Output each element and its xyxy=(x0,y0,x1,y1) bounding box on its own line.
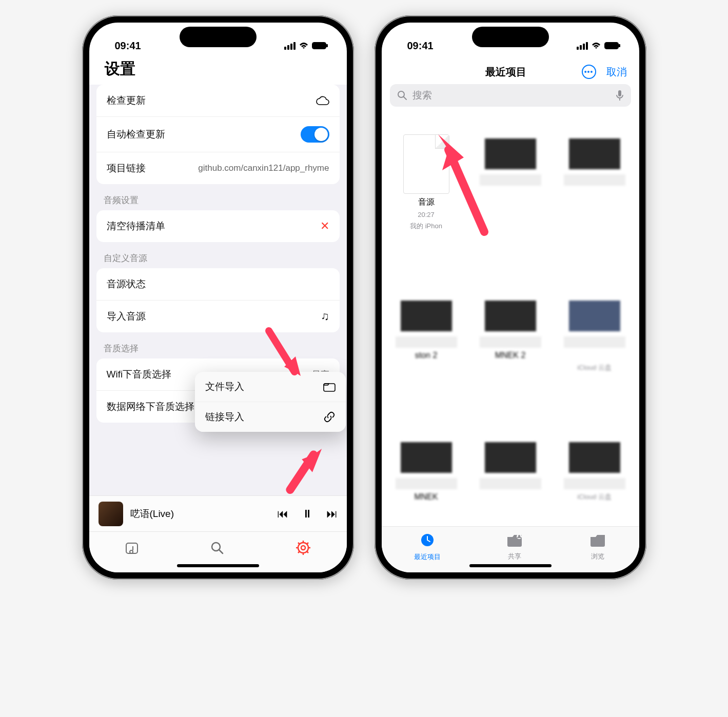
toggle-on[interactable] xyxy=(301,126,329,143)
tab-search[interactable] xyxy=(209,540,225,559)
battery-icon xyxy=(312,42,326,49)
file-item[interactable]: ston 2 xyxy=(392,296,461,397)
tab-browse[interactable]: 浏览 xyxy=(589,533,606,561)
file-thumbnail xyxy=(480,438,541,489)
row-check-update[interactable]: 检查更新 xyxy=(96,85,340,117)
row-label: 清空待播清单 xyxy=(107,220,165,233)
microphone-icon[interactable] xyxy=(616,90,624,101)
tab-shared[interactable]: 共享 xyxy=(506,533,523,561)
file-thumbnail xyxy=(396,438,457,489)
cellular-icon xyxy=(577,42,588,50)
home-indicator[interactable] xyxy=(469,564,552,567)
row-clear-queue[interactable]: 清空待播清单 ✕ xyxy=(96,210,340,242)
file-thumbnail xyxy=(396,296,457,348)
clock-icon xyxy=(420,532,435,550)
phone-frame-right: 09:41 最近项目 ••• 取消 搜索 音源 xyxy=(375,15,646,580)
folder-icon xyxy=(589,533,606,550)
status-time: 09:41 xyxy=(407,40,434,52)
file-name: ston 2 xyxy=(415,351,438,360)
file-item[interactable]: iCloud 云盘 xyxy=(560,296,629,397)
previous-icon[interactable]: ⏮ xyxy=(277,507,288,521)
files-grid: 音源 20:27 我的 iPhon ston 2 xyxy=(382,114,639,526)
next-icon[interactable]: ⏭ xyxy=(326,507,338,521)
mini-player[interactable]: 呓语(Live) ⏮ ⏸ ⏭ xyxy=(89,495,347,531)
search-icon xyxy=(209,540,225,555)
page-title: 设置 xyxy=(89,58,347,85)
gear-icon xyxy=(295,540,311,556)
row-value: github.com/canxin121/app_rhyme xyxy=(198,163,329,173)
header-title: 最近项目 xyxy=(430,65,582,79)
row-auto-check-update[interactable]: 自动检查更新 xyxy=(96,117,340,152)
row-label: 导入音源 xyxy=(107,310,146,323)
popover-link-import[interactable]: 链接导入 xyxy=(195,402,346,432)
files-header: 最近项目 ••• 取消 xyxy=(382,58,639,84)
svg-rect-1 xyxy=(126,543,137,553)
row-source-status[interactable]: 音源状态 xyxy=(96,268,340,301)
cloud-icon xyxy=(316,96,329,105)
file-name: MNEK 2 xyxy=(495,351,526,360)
dynamic-island xyxy=(472,27,549,47)
file-thumbnail xyxy=(564,438,625,489)
file-thumbnail xyxy=(480,296,541,348)
section-custom-source: 自定义音源 xyxy=(96,242,340,268)
row-label: 检查更新 xyxy=(107,94,146,107)
tab-library[interactable] xyxy=(124,540,140,559)
file-thumbnail xyxy=(564,134,625,186)
shared-folder-icon xyxy=(506,533,523,550)
tab-label: 共享 xyxy=(508,552,521,561)
search-input[interactable]: 搜索 xyxy=(390,84,631,107)
tab-label: 最近项目 xyxy=(414,552,441,562)
file-item[interactable]: MNEK xyxy=(392,438,461,526)
svg-rect-6 xyxy=(618,90,621,96)
row-project-link[interactable]: 项目链接 github.com/canxin121/app_rhyme xyxy=(96,152,340,184)
music-note-icon: ♫ xyxy=(321,310,329,323)
file-location: iCloud 云盘 xyxy=(577,492,611,502)
phone-frame-left: 09:41 设置 检查更新 自动检查更新 项目链接 git xyxy=(82,15,354,580)
cancel-button[interactable]: 取消 xyxy=(606,65,627,79)
file-item[interactable] xyxy=(560,134,629,255)
row-label: 项目链接 xyxy=(107,162,146,175)
section-audio-settings: 音频设置 xyxy=(96,184,340,210)
album-artwork xyxy=(99,502,123,526)
row-label: 数据网络下音质选择 xyxy=(107,400,194,413)
annotation-arrow xyxy=(264,326,305,389)
wifi-icon xyxy=(591,42,601,50)
annotation-arrow xyxy=(433,129,495,244)
file-name: MNEK xyxy=(414,492,438,502)
file-thumbnail xyxy=(564,296,625,348)
menu-label: 链接导入 xyxy=(205,410,244,424)
row-label: Wifi下音质选择 xyxy=(107,368,172,381)
tab-label: 浏览 xyxy=(591,552,604,561)
file-item[interactable]: MNEK 2 xyxy=(476,296,545,397)
svg-point-5 xyxy=(398,91,404,97)
more-options-icon[interactable]: ••• xyxy=(582,65,596,79)
annotation-arrow xyxy=(284,439,325,495)
close-icon[interactable]: ✕ xyxy=(320,220,329,233)
battery-icon xyxy=(604,42,619,49)
row-label: 自动检查更新 xyxy=(107,128,165,141)
tab-recents[interactable]: 最近项目 xyxy=(414,532,441,562)
music-library-icon xyxy=(124,540,140,555)
file-time: 20:27 xyxy=(418,211,435,218)
svg-point-4 xyxy=(301,546,305,550)
file-name: 音源 xyxy=(418,197,435,208)
home-indicator[interactable] xyxy=(177,564,259,567)
file-item[interactable] xyxy=(476,438,545,526)
tab-settings[interactable] xyxy=(295,540,311,560)
wifi-icon xyxy=(299,42,309,50)
link-icon xyxy=(323,411,336,423)
file-location: iCloud 云盘 xyxy=(577,363,611,372)
cellular-icon xyxy=(284,42,296,50)
now-playing-title: 呓语(Live) xyxy=(130,507,270,521)
row-label: 音源状态 xyxy=(107,277,146,291)
folder-icon xyxy=(323,382,336,392)
search-icon xyxy=(397,90,407,101)
menu-label: 文件导入 xyxy=(205,380,244,393)
dynamic-island xyxy=(180,27,257,47)
search-placeholder: 搜索 xyxy=(412,89,432,102)
status-time: 09:41 xyxy=(115,40,141,52)
pause-icon[interactable]: ⏸ xyxy=(302,507,313,521)
file-item[interactable]: iCloud 云盘 xyxy=(560,438,629,526)
